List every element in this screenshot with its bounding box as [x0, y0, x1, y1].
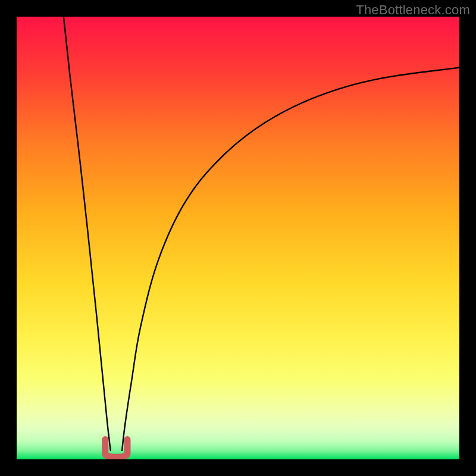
- chart-svg: [17, 17, 459, 459]
- watermark-label: TheBottleneck.com: [356, 2, 470, 18]
- chart-frame: [17, 17, 459, 459]
- gradient-background: [17, 17, 459, 459]
